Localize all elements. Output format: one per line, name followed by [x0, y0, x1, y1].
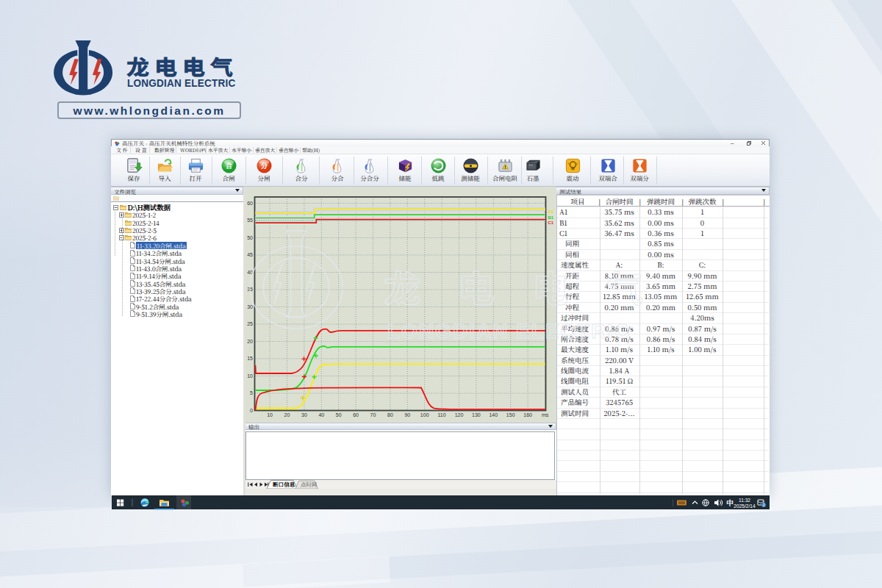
svg-text:断口信息: 断口信息 — [273, 480, 295, 488]
svg-text:C1: C1 — [548, 220, 554, 225]
svg-text:5: 5 — [250, 390, 253, 395]
svg-text:40: 40 — [247, 270, 253, 275]
svg-text:110: 110 — [438, 412, 446, 417]
svg-text:中: 中 — [726, 497, 734, 508]
svg-text:50: 50 — [336, 412, 342, 417]
svg-text:2025/2/14: 2025/2/14 — [734, 503, 756, 509]
svg-text:60: 60 — [353, 412, 359, 417]
svg-text:30: 30 — [247, 304, 253, 309]
svg-text:40: 40 — [318, 412, 324, 417]
svg-text:10: 10 — [267, 412, 273, 417]
svg-text:30: 30 — [301, 412, 307, 417]
svg-text:100: 100 — [420, 412, 429, 417]
svg-text:55: 55 — [247, 218, 253, 223]
svg-text:35: 35 — [247, 287, 253, 292]
svg-text:20: 20 — [247, 339, 253, 344]
svg-text:45: 45 — [247, 252, 253, 257]
svg-text:150: 150 — [506, 412, 515, 417]
svg-text:130: 130 — [472, 412, 481, 417]
svg-text:0: 0 — [250, 408, 253, 413]
svg-text:50: 50 — [247, 235, 253, 240]
svg-text:160: 160 — [523, 412, 532, 417]
svg-text:15: 15 — [247, 356, 253, 361]
svg-text:11:32: 11:32 — [739, 498, 750, 503]
svg-text:80: 80 — [387, 412, 393, 417]
svg-text:120: 120 — [455, 412, 464, 417]
svg-text:20: 20 — [284, 412, 290, 417]
svg-text:140: 140 — [489, 412, 498, 417]
svg-text:10: 10 — [247, 373, 253, 379]
svg-text:2: 2 — [762, 503, 764, 507]
svg-text:分: 分 — [260, 160, 268, 171]
svg-text:25: 25 — [247, 321, 253, 326]
svg-text:70: 70 — [370, 412, 376, 417]
svg-text:合: 合 — [225, 160, 232, 171]
svg-text:60: 60 — [247, 201, 253, 206]
svg-text:90: 90 — [404, 412, 410, 417]
svg-text:ms: ms — [542, 412, 549, 417]
svg-text:B1: B1 — [548, 215, 554, 220]
svg-text:点时间: 点时间 — [301, 480, 317, 488]
svg-text:A1: A1 — [548, 209, 554, 214]
